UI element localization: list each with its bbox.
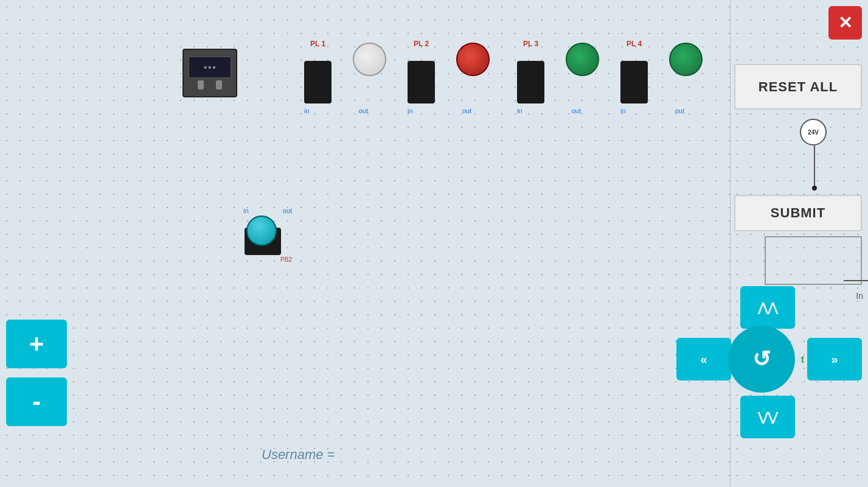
pl3-lamp: in out [517,49,581,103]
pl4-io: in out [620,107,684,114]
pl1-label: PL 1 [310,40,325,48]
pl2-lamp: in out [408,49,471,103]
pl4-container[interactable]: PL 4 in out [620,40,684,103]
pl1-stand [304,61,332,103]
submit-button[interactable]: SUBMIT [734,195,862,231]
pl1-in: in [304,107,310,114]
nav-center-icon: ↺ [752,348,771,370]
nav-left-icon: « [700,353,707,365]
pb2-out: out [283,207,292,214]
control-box-text: ■ ■ ■ [204,65,216,70]
pin-right [216,80,222,89]
nav-right-icon: » [831,353,838,365]
pl1-container[interactable]: PL 1 in out [304,40,368,103]
pl3-io: in out [517,107,581,114]
pl3-head [566,43,599,76]
push-button-container[interactable]: in out PB2 [243,207,292,263]
nav-up-icon: ⋀⋀ [758,301,777,314]
zoom-in-button[interactable]: + [6,320,67,368]
in-label: In [856,291,863,301]
nav-left-button[interactable]: « [676,338,731,380]
submit-box [765,236,862,285]
voltage-label: 24V [808,129,819,136]
pl2-in: in [408,107,413,114]
pl3-label: PL 3 [523,40,538,48]
pl3-stand [517,61,544,103]
pl2-label: PL 2 [414,40,429,48]
pl1-lamp: in out [304,49,368,103]
control-box-pins [198,80,222,89]
pin-left [198,80,204,89]
pl3-container[interactable]: PL 3 in out [517,40,581,103]
control-box-screen: ■ ■ ■ [189,57,231,78]
pl4-lamp: in out [620,49,684,103]
wire-vertical [814,145,815,188]
pb2-in: in [243,207,249,214]
pl2-head [456,43,490,76]
voltage-indicator: 24V [800,119,827,145]
pl4-stand [620,61,648,103]
wire-dot [812,186,817,191]
push-button-label: PB2 [243,256,292,263]
pl1-out: out [359,107,368,114]
control-box-component[interactable]: ■ ■ ■ [182,49,237,97]
pl4-out: out [675,107,684,114]
wire-horizontal [844,280,868,281]
nav-right-button[interactable]: » [807,338,862,380]
pl3-out: out [572,107,581,114]
pl2-container[interactable]: PL 2 in out [408,40,471,103]
pl3-in: in [517,107,523,114]
reset-all-button[interactable]: RESET ALL [734,64,862,110]
nav-center-button[interactable]: ↺ [728,326,795,393]
pl2-io: in out [408,107,471,114]
nav-up-button[interactable]: ⋀⋀ [740,286,795,329]
pl2-stand [408,61,435,103]
pl1-io: in out [304,107,368,114]
pl1-head [353,43,386,76]
t-label: t [801,354,804,365]
zoom-out-button[interactable]: - [6,377,67,426]
nav-down-button[interactable]: ⋁⋁ [740,396,795,438]
pl4-label: PL 4 [627,40,642,48]
username-label: Username = [262,447,335,463]
close-icon: ✕ [838,15,852,32]
push-button-cap [246,215,277,246]
pl4-head [669,43,703,76]
pl4-in: in [620,107,626,114]
push-button-io: in out [243,207,292,214]
plus-icon: + [29,331,44,357]
push-button-body [243,215,283,255]
minus-icon: - [32,389,41,415]
nav-down-icon: ⋁⋁ [758,411,777,423]
close-button[interactable]: ✕ [828,6,862,40]
pl2-out: out [462,107,471,114]
